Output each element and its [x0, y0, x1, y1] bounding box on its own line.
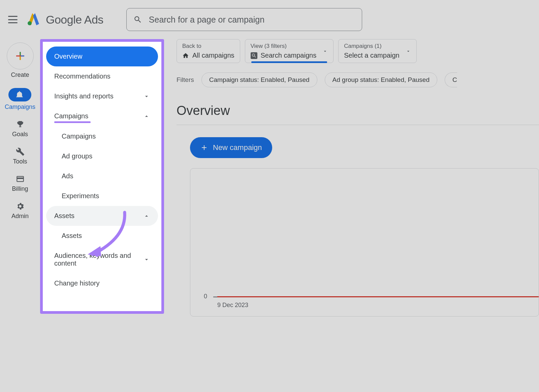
- campaign-selector[interactable]: Campaigns (1) Select a campaign: [338, 39, 417, 63]
- sidebar-sub-assets[interactable]: Assets: [46, 226, 158, 246]
- new-campaign-button[interactable]: New campaign: [190, 137, 272, 158]
- sidebar-sub-ads[interactable]: Ads: [46, 166, 158, 186]
- chevron-down-icon: [143, 256, 150, 263]
- camp-label: Campaigns (1): [344, 43, 400, 50]
- filter-chip-partial[interactable]: C: [445, 72, 457, 87]
- sidebar-sub-adgroups[interactable]: Ad groups: [46, 146, 158, 166]
- view-selector[interactable]: View (3 filters) Search campaigns: [245, 39, 334, 63]
- view-value: Search campaigns: [261, 52, 317, 59]
- sidebar-sub-assets-label: Assets: [62, 232, 82, 240]
- search-small-icon: [251, 52, 257, 59]
- sidebar-panel: Overview Recommendations Insights and re…: [40, 39, 164, 314]
- new-campaign-label: New campaign: [213, 143, 262, 152]
- home-icon: [182, 52, 189, 59]
- chart: 0 9 Dec 2023: [190, 168, 539, 316]
- search-box[interactable]: [126, 8, 362, 31]
- chart-x-tick: 9 Dec 2023: [217, 302, 248, 309]
- rail-campaigns[interactable]: Campaigns: [5, 88, 35, 111]
- filter-chip-campaign-status[interactable]: Campaign status: Enabled, Paused: [201, 72, 317, 87]
- google-ads-logo-icon: [27, 12, 40, 27]
- rail-billing-label: Billing: [12, 185, 28, 192]
- chevron-up-icon: [143, 113, 150, 120]
- svg-point-0: [28, 21, 32, 25]
- rail-create[interactable]: Create: [7, 42, 34, 79]
- back-to-selector[interactable]: Back to All campaigns: [177, 39, 240, 63]
- credit-card-icon: [16, 175, 25, 183]
- sidebar-audiences-label: Audiences, keywords and content: [54, 252, 138, 267]
- sidebar-sub-campaigns[interactable]: Campaigns: [46, 126, 158, 146]
- plus-icon: [200, 144, 208, 152]
- rail-billing[interactable]: Billing: [12, 175, 28, 192]
- sidebar-sub-experiments[interactable]: Experiments: [46, 186, 158, 206]
- sidebar-recommendations[interactable]: Recommendations: [46, 66, 158, 86]
- menu-icon[interactable]: [8, 16, 18, 23]
- rail-tools-label: Tools: [13, 158, 27, 165]
- filters-label: Filters: [177, 76, 194, 84]
- sidebar-sub-ads-label: Ads: [62, 172, 73, 180]
- sidebar-sub-adgroups-label: Ad groups: [62, 152, 92, 160]
- filter-chip-adgroup-status[interactable]: Ad group status: Enabled, Paused: [325, 72, 437, 87]
- sidebar-overview-label: Overview: [54, 53, 82, 60]
- sidebar-insights-label: Insights and reports: [54, 92, 114, 100]
- search-input[interactable]: [149, 15, 355, 25]
- rail-goals-label: Goals: [12, 131, 28, 138]
- page-title: Overview: [177, 103, 539, 118]
- back-to-label: Back to: [182, 43, 234, 50]
- megaphone-icon: [8, 88, 31, 101]
- sidebar-assets-label: Assets: [54, 212, 74, 220]
- divider: [177, 125, 539, 125]
- sidebar-recommendations-label: Recommendations: [54, 72, 110, 80]
- tools-icon: [16, 147, 25, 156]
- sidebar-sub-campaigns-label: Campaigns: [62, 132, 96, 140]
- chart-line: [217, 296, 539, 297]
- sidebar-audiences[interactable]: Audiences, keywords and content: [46, 246, 158, 273]
- chevron-down-icon: [406, 49, 411, 54]
- sidebar-change-history-label: Change history: [54, 279, 100, 287]
- sidebar-overview[interactable]: Overview: [46, 47, 158, 66]
- sidebar-campaigns-label: Campaigns: [54, 112, 88, 120]
- plus-icon: [7, 42, 34, 69]
- sidebar-insights[interactable]: Insights and reports: [46, 86, 158, 106]
- logo-text: Google Ads: [46, 13, 103, 26]
- chevron-down-icon: [322, 49, 328, 54]
- chevron-up-icon: [143, 213, 150, 219]
- search-icon: [133, 15, 142, 24]
- sidebar-sub-experiments-label: Experiments: [62, 192, 99, 200]
- trophy-icon: [16, 120, 25, 129]
- chevron-down-icon: [143, 93, 150, 100]
- chart-y-tick: 0: [204, 293, 207, 300]
- rail-admin-label: Admin: [11, 213, 29, 220]
- sidebar-assets[interactable]: Assets: [46, 206, 158, 226]
- logo[interactable]: Google Ads: [27, 12, 103, 27]
- annotation-underline: [54, 121, 91, 123]
- rail-create-label: Create: [11, 71, 29, 79]
- rail-goals[interactable]: Goals: [12, 120, 28, 138]
- sidebar-change-history[interactable]: Change history: [46, 273, 158, 293]
- back-to-value: All campaigns: [192, 52, 234, 59]
- rail-campaigns-label: Campaigns: [5, 103, 35, 111]
- rail-admin[interactable]: Admin: [11, 202, 29, 220]
- camp-value: Select a campaign: [344, 52, 400, 59]
- view-label: View (3 filters): [251, 43, 317, 50]
- rail-tools[interactable]: Tools: [13, 147, 27, 165]
- sidebar-campaigns[interactable]: Campaigns: [46, 106, 158, 126]
- gear-icon: [16, 202, 25, 211]
